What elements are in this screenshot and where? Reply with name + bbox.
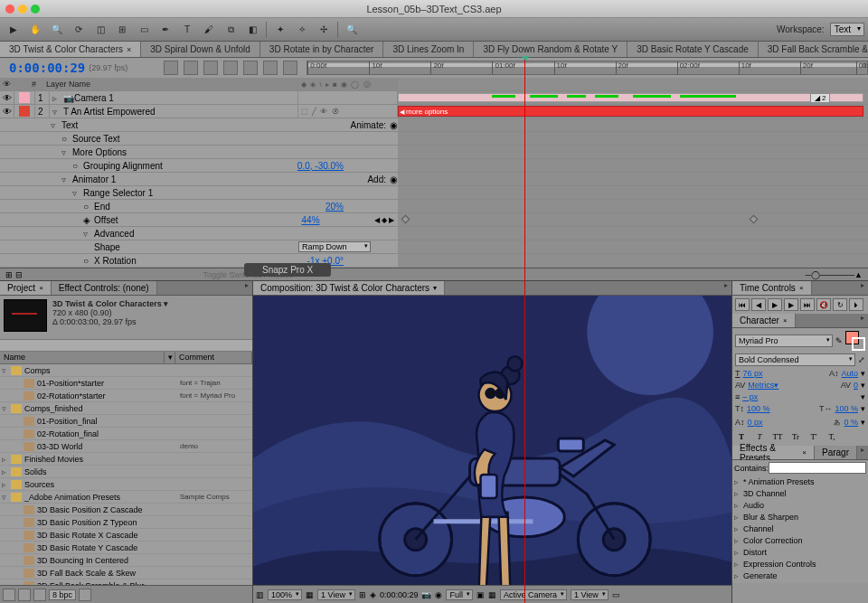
timeline-option-icon[interactable]: [223, 61, 238, 75]
prop-group[interactable]: Text: [61, 120, 78, 130]
comp-tab[interactable]: 3D Rotate in by Character: [260, 42, 384, 57]
project-search[interactable]: [0, 339, 252, 352]
font-size[interactable]: 76 px: [743, 369, 763, 378]
tab-composition[interactable]: Composition: 3D Twist & Color Characters…: [253, 281, 445, 295]
comp-tab[interactable]: 3D Fly Down Random & Rotate Y: [474, 42, 627, 57]
shape-tool-icon[interactable]: ▭: [134, 21, 154, 39]
leading[interactable]: Auto: [841, 369, 858, 378]
keyframe-icon[interactable]: [750, 215, 759, 224]
effects-category[interactable]: ▹Color Correction: [734, 534, 866, 546]
camera-tool-icon[interactable]: ◫: [90, 21, 110, 39]
swap-colors-icon[interactable]: ⤢: [858, 355, 865, 364]
layer-bar[interactable]: more options: [398, 106, 863, 117]
viewcount-select[interactable]: 1 View: [571, 589, 609, 600]
res-half-icon[interactable]: ▦: [306, 590, 314, 599]
project-tree[interactable]: ▿Comps01-Position*starterfont = Trajan02…: [0, 364, 252, 585]
baseline-shift[interactable]: 0 px: [748, 418, 763, 427]
keyframe-icon[interactable]: [401, 215, 410, 224]
font-style-select[interactable]: Bold Condensed: [735, 353, 855, 366]
effects-category[interactable]: ▹Distort: [734, 546, 866, 558]
view-layout-select[interactable]: 1 View: [317, 589, 355, 600]
time-ruler[interactable]: 0:00f 10f 20f 01:00f 10f 20f 02:00f 10f …: [307, 61, 868, 75]
project-item[interactable]: 02-Rotation*starterfont = Myriad Pro: [0, 390, 252, 402]
timeline-option-icon[interactable]: [243, 61, 258, 75]
comp-tab[interactable]: 3D Lines Zoom In: [383, 42, 474, 57]
prop-group[interactable]: More Options: [72, 147, 127, 157]
effects-category[interactable]: ▹Expression Controls: [734, 558, 866, 570]
allcaps-icon[interactable]: TT: [771, 430, 784, 443]
timeline-option-icon[interactable]: [184, 61, 198, 75]
column-header[interactable]: Name: [0, 352, 165, 363]
animate-menu-icon[interactable]: ◉: [390, 120, 398, 130]
eyedropper-icon[interactable]: ✎: [835, 336, 843, 345]
project-item[interactable]: ▹Finished Movies: [0, 453, 252, 466]
last-frame-icon[interactable]: ⏭: [800, 298, 815, 311]
new-folder-icon[interactable]: [18, 589, 31, 601]
zoom-select[interactable]: 100%: [268, 589, 302, 600]
delete-icon[interactable]: [79, 589, 91, 601]
project-item[interactable]: ▹Sources: [0, 478, 252, 491]
layer-bar[interactable]: [398, 93, 863, 102]
keyframe-nav[interactable]: ◀ ◆ ▶: [374, 216, 394, 224]
rotate-tool-icon[interactable]: ⟳: [69, 21, 89, 39]
snapshot-icon[interactable]: 📷: [421, 590, 431, 599]
smallcaps-icon[interactable]: Tr: [789, 430, 802, 443]
add-button[interactable]: Add:: [367, 174, 386, 184]
toggle-switches-button[interactable]: ⊞ ⊟: [5, 270, 23, 279]
layer-name[interactable]: ▿T An Artist Empowered: [50, 105, 298, 118]
pen-tool-icon[interactable]: ✒: [156, 21, 175, 39]
timeline-option-icon[interactable]: [164, 61, 178, 75]
effects-category[interactable]: ▹Blur & Sharpen: [734, 511, 866, 523]
project-item[interactable]: 3D Bouncing In Centered: [0, 554, 252, 567]
project-item[interactable]: 3D Basic Position Z Cascade: [0, 504, 252, 516]
layer-name[interactable]: ▹📷 Camera 1: [50, 91, 298, 104]
timeline-option-icon[interactable]: [203, 61, 218, 75]
comp-tab[interactable]: 3D Spiral Down & Unfold: [141, 42, 260, 57]
layer-color-swatch[interactable]: [19, 106, 30, 117]
effects-search-input[interactable]: [769, 462, 866, 474]
tsume[interactable]: 0 %: [844, 418, 858, 427]
project-item[interactable]: 01-Position*starterfont = Trajan: [0, 377, 252, 390]
search-icon[interactable]: 🔍: [342, 21, 362, 39]
panel-menu-icon[interactable]: ▸: [857, 446, 868, 459]
prop-group[interactable]: Advanced: [94, 229, 134, 239]
play-icon[interactable]: ▶: [768, 298, 782, 311]
subscript-icon[interactable]: T,: [826, 430, 838, 443]
panel-menu-icon[interactable]: ▸: [241, 281, 252, 295]
panel-menu-icon[interactable]: ▸: [857, 281, 868, 295]
hand-tool-icon[interactable]: ✋: [25, 21, 45, 39]
prop-label[interactable]: Source Text: [72, 134, 120, 144]
tracking[interactable]: 0: [854, 381, 858, 390]
tab-effect-controls[interactable]: Effect Controls: (none): [52, 281, 157, 295]
fill-stroke-swatch[interactable]: [845, 331, 865, 351]
project-item[interactable]: 02-Rotation_final: [0, 428, 252, 440]
current-timecode[interactable]: 0:00:00:29: [9, 61, 85, 75]
effects-category[interactable]: ▹Channel: [734, 523, 866, 534]
project-item[interactable]: ▿Comps_finished: [0, 402, 252, 415]
faux-italic-icon[interactable]: T: [753, 430, 766, 443]
kerning[interactable]: Metrics▾: [748, 381, 778, 390]
project-item[interactable]: 03-3D Worlddemo: [0, 440, 252, 453]
clone-tool-icon[interactable]: ⧉: [221, 21, 241, 39]
superscript-icon[interactable]: T': [807, 430, 820, 443]
font-family-select[interactable]: Myriad Pro: [735, 334, 833, 347]
channel-icon[interactable]: ◉: [435, 590, 442, 599]
panel-menu-icon[interactable]: ▸: [857, 314, 868, 327]
project-item[interactable]: 01-Position_final: [0, 415, 252, 428]
prop-value[interactable]: 0.0, -30.0%: [297, 161, 344, 171]
interpret-footage-icon[interactable]: [3, 589, 15, 601]
visibility-toggle[interactable]: 👁: [0, 105, 14, 118]
roi-icon[interactable]: ▣: [476, 590, 485, 599]
animate-button[interactable]: Animate:: [351, 120, 386, 130]
new-comp-icon[interactable]: [33, 589, 46, 601]
add-menu-icon[interactable]: ◉: [390, 174, 398, 184]
shape-dropdown[interactable]: Ramp Down: [298, 241, 371, 252]
text-tool-icon[interactable]: T: [177, 21, 197, 39]
selection-tool-icon[interactable]: ▶: [4, 21, 24, 39]
zoom-slider[interactable]: ─◯──────▲: [805, 270, 863, 279]
pixel-aspect-icon[interactable]: ▭: [612, 590, 620, 599]
effects-category[interactable]: ▹* Animation Presets: [734, 476, 866, 487]
world-axis-icon[interactable]: ✧: [292, 21, 312, 39]
visibility-toggle[interactable]: 👁: [0, 91, 14, 104]
viewer-canvas[interactable]: [253, 296, 731, 585]
